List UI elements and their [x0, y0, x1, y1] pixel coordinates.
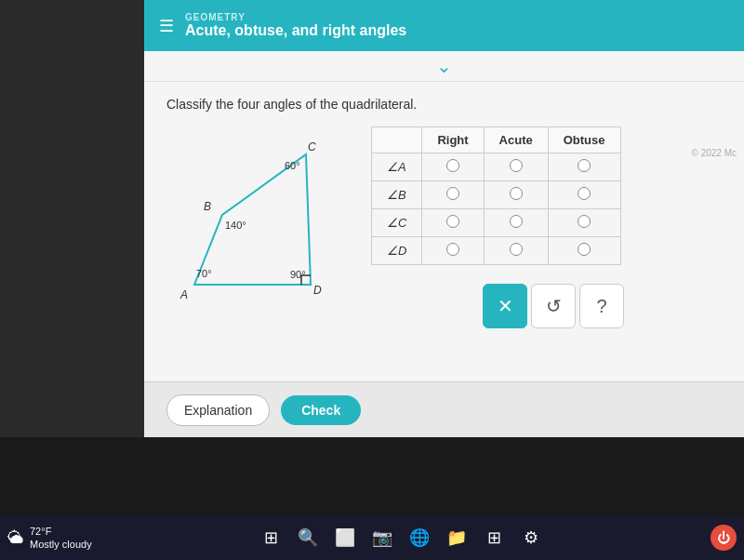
temperature: 72°F — [30, 525, 92, 538]
col-angle — [372, 127, 422, 153]
label-b: B — [204, 200, 211, 213]
radio-c-right[interactable] — [422, 209, 484, 237]
table-row: ∠B — [372, 181, 621, 209]
radio-a-acute[interactable] — [484, 153, 548, 181]
search-icon[interactable]: 🔍 — [293, 523, 323, 553]
sidebar — [0, 0, 144, 437]
taskbar-center: ⊞ 🔍 ⬜ 📷 🌐 📁 ⊞ ⚙ — [98, 523, 705, 553]
windows-icon[interactable]: ⊞ — [256, 523, 286, 553]
angle-a-cell: ∠A — [372, 153, 422, 181]
chevron-bar: ⌄ — [144, 51, 744, 82]
clear-button[interactable]: ✕ — [483, 284, 527, 328]
settings-icon[interactable]: ⚙ — [516, 523, 546, 553]
taskbar-weather: 🌥 72°F Mostly cloudy — [7, 525, 92, 552]
angle-a-label: 70° — [196, 268, 212, 279]
radio-a-right[interactable] — [422, 153, 484, 181]
svg-marker-0 — [194, 154, 311, 285]
radio-d-obtuse[interactable] — [548, 237, 620, 265]
angle-classification-table: Right Acute Obtuse ∠A ∠B — [371, 127, 621, 265]
radio-c-obtuse[interactable] — [548, 209, 620, 237]
weather-icon: 🌥 — [7, 528, 24, 548]
camera-icon[interactable]: 📷 — [367, 523, 397, 553]
question-text: Classify the four angles of the quadrila… — [166, 97, 722, 112]
angle-c-cell: ∠C — [372, 209, 422, 237]
col-obtuse: Obtuse — [548, 127, 620, 153]
col-right: Right — [422, 127, 484, 153]
menu-icon[interactable]: ☰ — [159, 16, 174, 36]
col-acute: Acute — [484, 127, 548, 153]
angle-b-label: 140° — [225, 220, 246, 231]
weather-text: 72°F Mostly cloudy — [30, 525, 92, 552]
page-title: Acute, obtuse, and right angles — [185, 22, 406, 39]
main-content: ☰ GEOMETRY Acute, obtuse, and right angl… — [144, 0, 744, 437]
table-row: ∠D — [372, 237, 621, 265]
quadrilateral-diagram: A B C D 70° 140° 60° 90° — [166, 127, 352, 313]
table-row: ∠A — [372, 153, 621, 181]
table-row: ∠C — [372, 209, 621, 237]
label-c: C — [308, 140, 316, 153]
table-container: Right Acute Obtuse ∠A ∠B — [371, 127, 624, 328]
check-button[interactable]: Check — [281, 395, 361, 425]
radio-d-right[interactable] — [422, 237, 484, 265]
question-area: Classify the four angles of the quadrila… — [144, 82, 744, 343]
radio-b-right[interactable] — [422, 181, 484, 209]
label-d: D — [313, 284, 322, 297]
chevron-down-icon[interactable]: ⌄ — [436, 55, 452, 77]
power-icon[interactable]: ⏻ — [711, 525, 737, 551]
subject-label: GEOMETRY — [185, 12, 406, 22]
explanation-button[interactable]: Explanation — [166, 394, 270, 426]
folder-icon[interactable]: 📁 — [442, 523, 472, 553]
edge-icon[interactable]: 🌐 — [405, 523, 434, 553]
taskbar: 🌥 72°F Mostly cloudy ⊞ 🔍 ⬜ 📷 🌐 📁 ⊞ ⚙ ⏻ — [0, 515, 744, 560]
radio-c-acute[interactable] — [484, 209, 548, 237]
label-a: A — [179, 288, 188, 301]
taskbar-right: ⏻ — [711, 525, 737, 551]
grid-icon[interactable]: ⊞ — [479, 523, 509, 553]
angle-d-cell: ∠D — [372, 237, 422, 265]
angle-c-label: 60° — [285, 160, 300, 171]
header: ☰ GEOMETRY Acute, obtuse, and right angl… — [144, 0, 744, 51]
radio-d-acute[interactable] — [484, 237, 548, 265]
help-button[interactable]: ? — [579, 284, 624, 328]
weather-condition: Mostly cloudy — [30, 538, 92, 551]
answer-buttons-group: ✕ ↺ ? — [483, 284, 624, 328]
retry-button[interactable]: ↺ — [531, 284, 576, 328]
radio-a-obtuse[interactable] — [548, 153, 620, 181]
taskview-icon[interactable]: ⬜ — [330, 523, 360, 553]
diagram-container: A B C D 70° 140° 60° 90° — [166, 127, 352, 316]
angle-b-cell: ∠B — [372, 181, 422, 209]
copyright-text: © 2022 Mc — [691, 148, 737, 158]
header-text: GEOMETRY Acute, obtuse, and right angles — [185, 12, 406, 39]
radio-b-acute[interactable] — [484, 181, 548, 209]
bottom-bar: Explanation Check — [144, 381, 744, 437]
diagram-table-row: A B C D 70° 140° 60° 90° — [166, 127, 722, 328]
angle-d-label: 90° — [290, 269, 306, 280]
radio-b-obtuse[interactable] — [548, 181, 620, 209]
